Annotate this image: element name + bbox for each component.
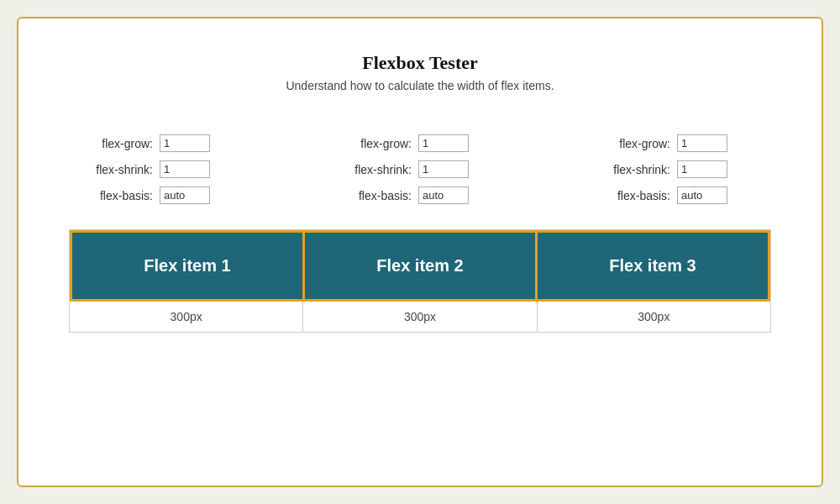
width-cell-1: 300px — [70, 302, 303, 332]
flex-basis-input-1[interactable] — [160, 186, 210, 204]
flex-shrink-label-1: flex-shrink: — [77, 163, 153, 176]
item-1-flex-grow-group: flex-grow: — [77, 134, 245, 152]
item-2-flex-grow-group: flex-grow: — [336, 134, 504, 152]
header: Flexbox Tester Understand how to calcula… — [60, 52, 780, 92]
page-title: Flexbox Tester — [60, 52, 780, 74]
item-2-controls: flex-grow: flex-shrink: flex-basis: — [336, 134, 504, 204]
flex-container-wrapper: Flex item 1 Flex item 2 Flex item 3 300p… — [69, 229, 771, 333]
flex-shrink-input-1[interactable] — [160, 160, 210, 178]
flex-shrink-input-2[interactable] — [418, 160, 469, 178]
flex-grow-label-1: flex-grow: — [77, 137, 153, 150]
item-1-flex-shrink-group: flex-shrink: — [77, 160, 245, 178]
flex-item-1: Flex item 1 — [72, 233, 305, 299]
flex-basis-label-3: flex-basis: — [595, 189, 670, 202]
flex-shrink-label-3: flex-shrink: — [595, 163, 670, 176]
flex-basis-label-2: flex-basis: — [336, 189, 412, 202]
item-3-controls: flex-grow: flex-shrink: flex-basis: — [595, 134, 763, 204]
page-wrapper: Flexbox Tester Understand how to calcula… — [17, 17, 823, 487]
flex-basis-input-2[interactable] — [418, 186, 469, 204]
flex-basis-input-3[interactable] — [677, 186, 727, 204]
flex-grow-label-2: flex-grow: — [336, 137, 412, 150]
flex-basis-label-1: flex-basis: — [77, 189, 153, 202]
item-3-flex-grow-group: flex-grow: — [595, 134, 763, 152]
flex-grow-input-3[interactable] — [677, 134, 727, 152]
item-3-flex-basis-group: flex-basis: — [595, 186, 763, 204]
flex-shrink-label-2: flex-shrink: — [336, 163, 412, 176]
page-subtitle: Understand how to calculate the width of… — [60, 79, 780, 92]
flex-grow-input-2[interactable] — [418, 134, 469, 152]
flex-shrink-input-3[interactable] — [677, 160, 727, 178]
flex-grow-label-3: flex-grow: — [595, 137, 670, 150]
width-row: 300px 300px 300px — [70, 302, 770, 332]
flex-item-2: Flex item 2 — [305, 233, 538, 299]
flex-item-3: Flex item 3 — [538, 233, 768, 299]
flex-grow-input-1[interactable] — [160, 134, 210, 152]
flex-container: Flex item 1 Flex item 2 Flex item 3 — [70, 230, 770, 302]
controls-row: flex-grow: flex-shrink: flex-basis: flex… — [60, 134, 780, 204]
item-3-flex-shrink-group: flex-shrink: — [595, 160, 763, 178]
item-1-controls: flex-grow: flex-shrink: flex-basis: — [77, 134, 245, 204]
width-cell-3: 300px — [538, 302, 770, 332]
item-2-flex-shrink-group: flex-shrink: — [336, 160, 504, 178]
width-cell-2: 300px — [303, 302, 537, 332]
item-1-flex-basis-group: flex-basis: — [77, 186, 245, 204]
item-2-flex-basis-group: flex-basis: — [336, 186, 504, 204]
